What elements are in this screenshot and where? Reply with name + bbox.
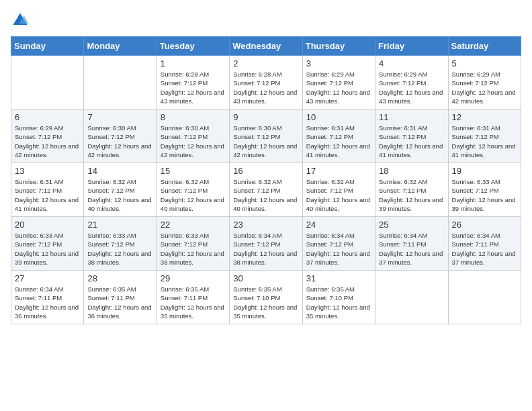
day-number: 19 [452,166,517,176]
day-number: 17 [306,166,371,176]
day-number: 31 [306,273,371,283]
day-info: Sunrise: 6:29 AM Sunset: 7:12 PM Dayligh… [306,70,371,105]
day-info: Sunrise: 6:30 AM Sunset: 7:12 PM Dayligh… [161,124,226,159]
day-number: 25 [379,220,444,230]
day-info: Sunrise: 6:34 AM Sunset: 7:11 PM Dayligh… [15,285,80,320]
calendar-cell [375,271,448,324]
day-number: 13 [15,166,80,176]
calendar-cell: 5Sunrise: 6:29 AM Sunset: 7:12 PM Daylig… [448,56,521,109]
day-info: Sunrise: 6:33 AM Sunset: 7:12 PM Dayligh… [161,231,226,267]
day-info: Sunrise: 6:32 AM Sunset: 7:12 PM Dayligh… [233,177,298,213]
day-info: Sunrise: 6:33 AM Sunset: 7:12 PM Dayligh… [15,231,80,267]
day-info: Sunrise: 6:30 AM Sunset: 7:12 PM Dayligh… [233,124,298,159]
calendar-cell: 9Sunrise: 6:30 AM Sunset: 7:12 PM Daylig… [230,109,302,163]
calendar-cell: 22Sunrise: 6:33 AM Sunset: 7:12 PM Dayli… [157,217,229,271]
logo-icon [11,11,30,30]
day-number: 15 [161,166,226,176]
day-info: Sunrise: 6:31 AM Sunset: 7:12 PM Dayligh… [379,124,444,159]
day-info: Sunrise: 6:35 AM Sunset: 7:10 PM Dayligh… [306,285,371,320]
weekday-header-wednesday: Wednesday [230,37,302,56]
day-info: Sunrise: 6:29 AM Sunset: 7:12 PM Dayligh… [379,70,444,105]
day-number: 12 [452,112,517,122]
day-number: 23 [233,220,298,230]
calendar-cell: 16Sunrise: 6:32 AM Sunset: 7:12 PM Dayli… [230,163,302,217]
weekday-header-thursday: Thursday [302,37,375,56]
calendar-cell: 2Sunrise: 6:28 AM Sunset: 7:12 PM Daylig… [230,56,302,109]
day-info: Sunrise: 6:30 AM Sunset: 7:12 PM Dayligh… [87,124,152,159]
day-number: 21 [87,220,152,230]
calendar-cell: 29Sunrise: 6:35 AM Sunset: 7:11 PM Dayli… [157,271,229,324]
day-number: 22 [161,220,226,230]
day-number: 29 [161,273,226,283]
day-number: 6 [15,112,80,122]
day-number: 10 [306,112,371,122]
calendar-cell: 26Sunrise: 6:34 AM Sunset: 7:11 PM Dayli… [448,217,521,271]
calendar-week-row: 1Sunrise: 6:28 AM Sunset: 7:12 PM Daylig… [11,56,521,109]
day-info: Sunrise: 6:34 AM Sunset: 7:11 PM Dayligh… [379,231,444,267]
day-number: 8 [161,112,226,122]
day-number: 30 [233,273,298,283]
calendar-cell: 8Sunrise: 6:30 AM Sunset: 7:12 PM Daylig… [157,109,229,163]
calendar-week-row: 27Sunrise: 6:34 AM Sunset: 7:11 PM Dayli… [11,271,521,324]
calendar-cell: 30Sunrise: 6:35 AM Sunset: 7:10 PM Dayli… [230,271,302,324]
day-info: Sunrise: 6:35 AM Sunset: 7:10 PM Dayligh… [233,285,298,320]
day-info: Sunrise: 6:32 AM Sunset: 7:12 PM Dayligh… [87,177,152,213]
day-info: Sunrise: 6:28 AM Sunset: 7:12 PM Dayligh… [161,70,226,105]
day-info: Sunrise: 6:33 AM Sunset: 7:12 PM Dayligh… [452,177,517,213]
day-number: 28 [87,273,152,283]
calendar-week-row: 13Sunrise: 6:31 AM Sunset: 7:12 PM Dayli… [11,163,521,217]
day-number: 24 [306,220,371,230]
calendar-cell: 31Sunrise: 6:35 AM Sunset: 7:10 PM Dayli… [302,271,375,324]
day-number: 1 [161,58,226,68]
calendar-cell [11,56,84,109]
day-info: Sunrise: 6:33 AM Sunset: 7:12 PM Dayligh… [87,231,152,267]
calendar-cell: 21Sunrise: 6:33 AM Sunset: 7:12 PM Dayli… [84,217,157,271]
calendar-header: SundayMondayTuesdayWednesdayThursdayFrid… [11,37,521,56]
day-number: 5 [452,58,517,68]
weekday-header-tuesday: Tuesday [157,37,229,56]
day-number: 16 [233,166,298,176]
weekday-header-friday: Friday [375,37,448,56]
day-number: 18 [379,166,444,176]
weekday-header-sunday: Sunday [11,37,84,56]
logo [11,11,32,30]
weekday-header-monday: Monday [84,37,157,56]
day-number: 27 [15,273,80,283]
calendar-table: SundayMondayTuesdayWednesdayThursdayFrid… [11,36,521,324]
day-info: Sunrise: 6:32 AM Sunset: 7:12 PM Dayligh… [161,177,226,213]
calendar-cell: 28Sunrise: 6:35 AM Sunset: 7:11 PM Dayli… [84,271,157,324]
day-info: Sunrise: 6:35 AM Sunset: 7:11 PM Dayligh… [161,285,226,320]
day-info: Sunrise: 6:31 AM Sunset: 7:12 PM Dayligh… [452,124,517,159]
calendar-cell: 3Sunrise: 6:29 AM Sunset: 7:12 PM Daylig… [302,56,375,109]
calendar-cell: 17Sunrise: 6:32 AM Sunset: 7:12 PM Dayli… [302,163,375,217]
calendar-cell: 1Sunrise: 6:28 AM Sunset: 7:12 PM Daylig… [157,56,229,109]
day-info: Sunrise: 6:32 AM Sunset: 7:12 PM Dayligh… [379,177,444,213]
day-number: 9 [233,112,298,122]
day-number: 7 [87,112,152,122]
calendar-cell: 14Sunrise: 6:32 AM Sunset: 7:12 PM Dayli… [84,163,157,217]
calendar-cell: 15Sunrise: 6:32 AM Sunset: 7:12 PM Dayli… [157,163,229,217]
day-info: Sunrise: 6:28 AM Sunset: 7:12 PM Dayligh… [233,70,298,105]
day-info: Sunrise: 6:34 AM Sunset: 7:12 PM Dayligh… [306,231,371,267]
calendar-cell: 18Sunrise: 6:32 AM Sunset: 7:12 PM Dayli… [375,163,448,217]
day-info: Sunrise: 6:31 AM Sunset: 7:12 PM Dayligh… [15,177,80,213]
day-number: 26 [452,220,517,230]
calendar-cell: 11Sunrise: 6:31 AM Sunset: 7:12 PM Dayli… [375,109,448,163]
day-number: 2 [233,58,298,68]
calendar-cell: 19Sunrise: 6:33 AM Sunset: 7:12 PM Dayli… [448,163,521,217]
calendar-body: 1Sunrise: 6:28 AM Sunset: 7:12 PM Daylig… [11,56,521,324]
day-number: 14 [87,166,152,176]
calendar-cell: 7Sunrise: 6:30 AM Sunset: 7:12 PM Daylig… [84,109,157,163]
calendar-cell: 12Sunrise: 6:31 AM Sunset: 7:12 PM Dayli… [448,109,521,163]
calendar-cell: 13Sunrise: 6:31 AM Sunset: 7:12 PM Dayli… [11,163,84,217]
calendar-cell [84,56,157,109]
weekday-header-saturday: Saturday [448,37,521,56]
calendar-week-row: 20Sunrise: 6:33 AM Sunset: 7:12 PM Dayli… [11,217,521,271]
day-number: 3 [306,58,371,68]
day-info: Sunrise: 6:29 AM Sunset: 7:12 PM Dayligh… [452,70,517,105]
calendar-cell: 24Sunrise: 6:34 AM Sunset: 7:12 PM Dayli… [302,217,375,271]
calendar-cell: 20Sunrise: 6:33 AM Sunset: 7:12 PM Dayli… [11,217,84,271]
calendar-cell: 4Sunrise: 6:29 AM Sunset: 7:12 PM Daylig… [375,56,448,109]
calendar-cell: 23Sunrise: 6:34 AM Sunset: 7:12 PM Dayli… [230,217,302,271]
day-info: Sunrise: 6:29 AM Sunset: 7:12 PM Dayligh… [15,124,80,159]
